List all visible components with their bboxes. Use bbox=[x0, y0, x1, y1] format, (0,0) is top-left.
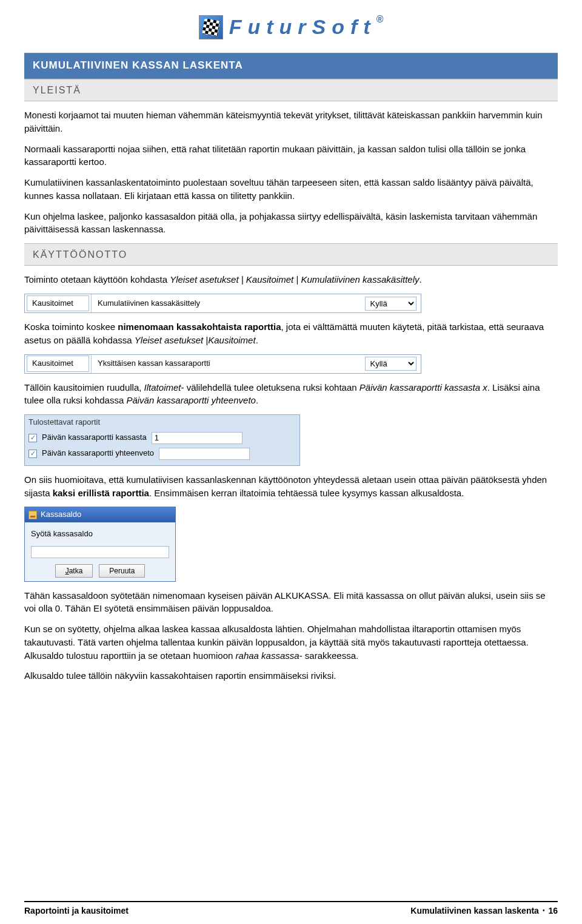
cancel-button[interactable]: Peruuta bbox=[99, 564, 145, 578]
setting-row-single-register: Kausitoimet Yksittäisen kassan kassarapo… bbox=[24, 354, 421, 374]
kassasaldo-dialog: Kassasaldo Syötä kassasaldo Jatka Peruut… bbox=[24, 507, 176, 581]
body-text: Kun se on syötetty, ohjelma alkaa laskea… bbox=[24, 622, 558, 662]
body-text: Tällöin kausitoimien ruudulla, Iltatoime… bbox=[24, 381, 558, 408]
kassasaldo-input[interactable] bbox=[31, 546, 169, 558]
register-number-input[interactable] bbox=[152, 432, 242, 444]
checkbox-checked-icon[interactable]: ✓ bbox=[28, 434, 37, 442]
setting-label: Yksittäisen kassan kassaraportti bbox=[92, 355, 360, 373]
body-text: Monesti korjaamot tai muuten hieman vähe… bbox=[24, 109, 558, 135]
report-row-label: Päivän kassaraportti kassasta bbox=[42, 432, 147, 443]
reports-panel-header: Tulostettavat raportit bbox=[25, 415, 299, 430]
report-row-label: Päivän kassaraportti yhteenveto bbox=[42, 448, 154, 459]
body-text: On siis huomioitava, että kumulatiivisen… bbox=[24, 473, 558, 500]
footer-right: Kumulatiivinen kassan laskenta • 16 bbox=[410, 905, 558, 917]
page-title-bar: KUMULATIIVINEN KASSAN LASKENTA bbox=[24, 53, 558, 79]
body-text: Kun ohjelma laskee, paljonko kassasaldon… bbox=[24, 210, 558, 237]
section-head-general: YLEISTÄ bbox=[24, 79, 558, 101]
folder-icon bbox=[28, 511, 37, 519]
setting-category: Kausitoimet bbox=[25, 294, 92, 312]
dialog-prompt: Syötä kassasaldo bbox=[31, 528, 169, 540]
checkbox-checked-icon[interactable]: ✓ bbox=[28, 450, 37, 458]
brand-name: FuturSoft® bbox=[229, 12, 384, 42]
brand-header: FuturSoft® bbox=[24, 0, 558, 53]
reports-panel: Tulostettavat raportit ✓ Päivän kassarap… bbox=[24, 414, 300, 466]
body-text: Normaali kassaraportti nojaa siihen, ett… bbox=[24, 143, 558, 169]
report-row-input[interactable] bbox=[159, 448, 250, 460]
setting-value-select[interactable]: Kyllä bbox=[365, 297, 416, 311]
report-row-per-register: ✓ Päivän kassaraportti kassasta bbox=[25, 430, 299, 446]
dialog-title: Kassasaldo bbox=[41, 509, 81, 521]
continue-button[interactable]: Jatka bbox=[55, 564, 93, 578]
section-head-setup: KÄYTTÖÖNOTTO bbox=[24, 243, 558, 266]
body-text: Koska toiminto koskee nimenomaan kassako… bbox=[24, 320, 558, 347]
body-text: Toiminto otetaan käyttöön kohdasta Yleis… bbox=[24, 273, 558, 286]
setting-value-select[interactable]: Kyllä bbox=[365, 357, 416, 371]
setting-category: Kausitoimet bbox=[25, 355, 92, 373]
dialog-titlebar: Kassasaldo bbox=[25, 507, 175, 522]
body-text: Tähän kassasaldoon syötetään nimenomaan … bbox=[24, 589, 558, 616]
setting-label: Kumulatiivinen kassakäsittely bbox=[92, 294, 360, 312]
body-text: Alkusaldo tulee tällöin näkyviin kassako… bbox=[24, 669, 558, 683]
body-text: Kumulatiivinen kassanlaskentatoiminto pu… bbox=[24, 176, 558, 203]
page-footer: Raportointi ja kausitoimet Kumulatiivine… bbox=[24, 901, 558, 917]
setting-row-cumulative: Kausitoimet Kumulatiivinen kassakäsittel… bbox=[24, 294, 421, 313]
checkered-flag-icon bbox=[199, 15, 223, 39]
footer-left: Raportointi ja kausitoimet bbox=[24, 905, 129, 917]
report-row-summary: ✓ Päivän kassaraportti yhteenveto bbox=[25, 446, 299, 462]
page-title: KUMULATIIVINEN KASSAN LASKENTA bbox=[33, 58, 243, 73]
